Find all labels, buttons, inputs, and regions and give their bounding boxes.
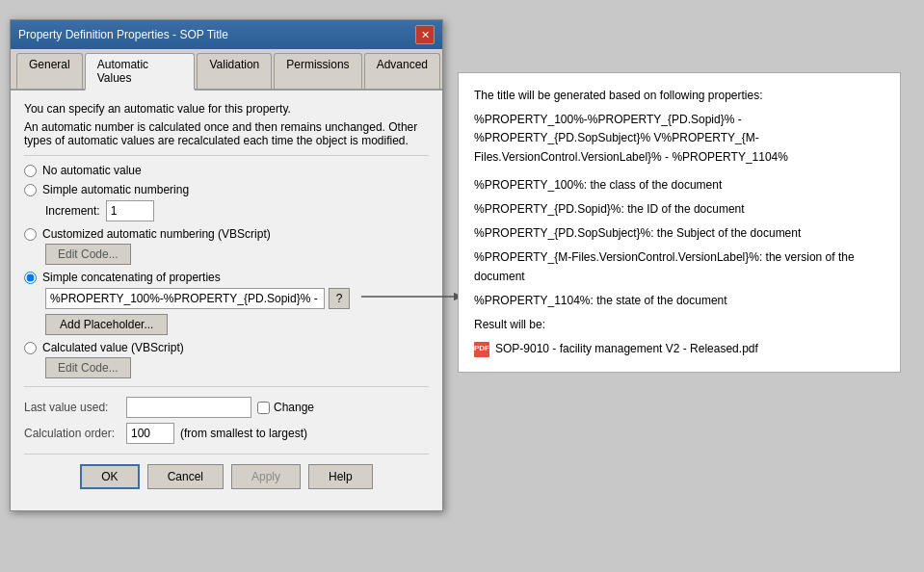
edit-code-button-2[interactable]: Edit Code...: [45, 357, 131, 378]
info-prop1: %PROPERTY_100%: the class of the documen…: [474, 176, 884, 195]
change-label: Change: [274, 401, 314, 414]
tab-general[interactable]: General: [16, 53, 83, 89]
last-value-field[interactable]: [126, 397, 251, 418]
radio-calculated-text: Calculated value (VBScript): [42, 341, 184, 354]
info-prop4: %PROPERTY_{M-Files.VersionControl.Versio…: [474, 248, 884, 285]
radio-simple-numbering-group: Simple automatic numbering Increment:: [24, 183, 429, 221]
info-panel: The title will be generated based on fol…: [458, 72, 901, 373]
property-definition-dialog: Property Definition Properties - SOP Tit…: [10, 19, 443, 511]
bottom-fields: Last value used: Change Calculation orde…: [24, 397, 429, 444]
result-filename: SOP-9010 - facility management V2 - Rele…: [495, 340, 758, 358]
increment-field[interactable]: [106, 200, 154, 221]
edit-code-button-1[interactable]: Edit Code...: [45, 244, 131, 265]
radio-customized-group: Customized automatic numbering (VBScript…: [24, 227, 429, 265]
calc-order-label: Calculation order:: [24, 427, 120, 440]
formula-field[interactable]: [45, 288, 325, 309]
dialog-title: Property Definition Properties - SOP Tit…: [18, 28, 415, 41]
desc-line2: An automatic number is calculated once a…: [24, 120, 429, 147]
description-block: You can specify an automatic value for t…: [24, 102, 429, 147]
increment-group: Increment:: [45, 200, 429, 221]
radio-simple-numbering[interactable]: [24, 184, 37, 196]
result-line: PDF SOP-9010 - facility management V2 - …: [474, 340, 884, 358]
info-formula: %PROPERTY_100%-%PROPERTY_{PD.Sopid}% - %…: [474, 111, 884, 167]
info-result-label: Result will be:: [474, 316, 884, 334]
radio-no-auto-group: No automatic value: [24, 164, 429, 177]
help-footer-button[interactable]: Help: [308, 464, 373, 489]
info-prop5: %PROPERTY_1104%: the state of the docume…: [474, 292, 884, 310]
divider1: [24, 155, 429, 156]
radio-customized-text: Customized automatic numbering (VBScript…: [42, 227, 271, 241]
arrow-connector: [361, 289, 467, 308]
radio-simple-numbering-text: Simple automatic numbering: [42, 183, 189, 196]
title-bar: Property Definition Properties - SOP Tit…: [11, 20, 442, 49]
radio-customized[interactable]: [24, 228, 37, 241]
calc-order-suffix: (from smallest to largest): [180, 427, 307, 440]
desc-line1: You can specify an automatic value for t…: [24, 102, 429, 116]
last-value-label: Last value used:: [24, 401, 120, 414]
radio-no-auto[interactable]: [24, 165, 37, 177]
info-prop2: %PROPERTY_{PD.Sopid}%: the ID of the doc…: [474, 200, 884, 219]
tab-advanced[interactable]: Advanced: [364, 53, 440, 89]
increment-label: Increment:: [45, 204, 100, 218]
divider2: [24, 386, 429, 387]
add-placeholder-button[interactable]: Add Placeholder...: [45, 314, 168, 335]
radio-customized-label[interactable]: Customized automatic numbering (VBScript…: [24, 227, 429, 241]
tab-permissions[interactable]: Permissions: [274, 53, 361, 89]
radio-simple-numbering-label[interactable]: Simple automatic numbering: [24, 183, 429, 196]
ok-button[interactable]: OK: [80, 464, 139, 489]
radio-concatenating[interactable]: [24, 272, 37, 284]
change-checkbox-label[interactable]: Change: [257, 401, 314, 414]
info-title: The title will be generated based on fol…: [474, 87, 884, 105]
radio-no-auto-text: No automatic value: [42, 164, 142, 177]
info-prop3: %PROPERTY_{PD.SopSubject}%: the Subject …: [474, 224, 884, 243]
radio-calculated-label[interactable]: Calculated value (VBScript): [24, 341, 429, 354]
radio-calculated-group: Calculated value (VBScript) Edit Code...: [24, 341, 429, 378]
close-button[interactable]: ✕: [415, 25, 435, 44]
tab-bar: General Automatic Values Validation Perm…: [11, 49, 442, 91]
radio-no-auto-label[interactable]: No automatic value: [24, 164, 429, 177]
help-button[interactable]: ?: [329, 288, 350, 309]
calc-order-row: Calculation order: (from smallest to lar…: [24, 423, 429, 444]
apply-button[interactable]: Apply: [231, 464, 301, 489]
radio-calculated[interactable]: [24, 342, 37, 354]
dialog-footer: OK Cancel Apply Help: [24, 454, 429, 499]
radio-concatenating-text: Simple concatenating of properties: [42, 271, 221, 284]
change-checkbox[interactable]: [257, 402, 270, 414]
radio-concatenating-label[interactable]: Simple concatenating of properties: [24, 271, 429, 284]
cancel-button[interactable]: Cancel: [147, 464, 224, 489]
tab-automatic-values[interactable]: Automatic Values: [85, 53, 196, 91]
last-value-row: Last value used: Change: [24, 397, 429, 418]
pdf-icon: PDF: [474, 342, 489, 357]
tab-validation[interactable]: Validation: [197, 53, 272, 89]
calc-order-field[interactable]: [126, 423, 174, 444]
